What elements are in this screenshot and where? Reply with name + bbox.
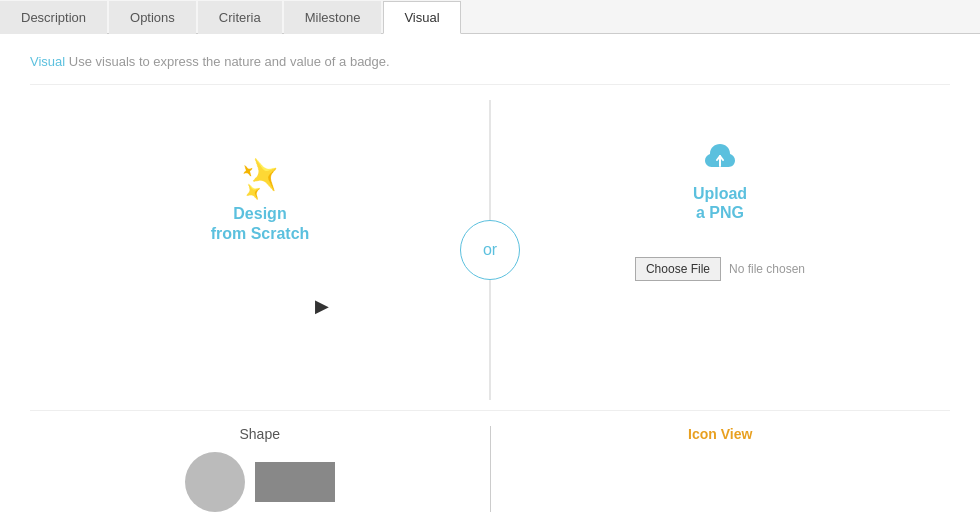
info-line: Visual Use visuals to express the nature… [30, 54, 950, 85]
bottom-divider [490, 426, 491, 512]
upload-label: Upload a PNG [693, 184, 747, 222]
design-label-line1: Design [211, 204, 310, 223]
tab-milestone[interactable]: Milestone [284, 1, 382, 34]
info-highlight: Visual [30, 54, 65, 69]
upload-cloud-icon [700, 140, 740, 184]
choose-file-button[interactable]: Choose File [635, 257, 721, 281]
main-content: Visual Use visuals to express the nature… [0, 34, 980, 530]
cursor-indicator: ▶ [315, 295, 329, 317]
file-input-area: Choose File No file chosen [635, 257, 805, 281]
design-from-scratch-button[interactable]: ✨ Design from Scratch [211, 157, 310, 242]
shape-circle[interactable] [185, 452, 245, 512]
tab-criteria[interactable]: Criteria [198, 1, 282, 34]
info-text: Use visuals to express the nature and va… [65, 54, 389, 69]
right-panel: Upload a PNG Choose File No file chosen [490, 100, 950, 321]
bottom-left-panel: Shape [30, 426, 490, 512]
main-panel: or ✨ Design from Scratch ▶ [30, 100, 950, 400]
upload-section: Upload a PNG [693, 140, 747, 222]
upload-label-line1: Upload [693, 184, 747, 203]
or-separator: or [460, 220, 520, 280]
left-panel: ✨ Design from Scratch ▶ [30, 100, 490, 300]
shape-label: Shape [240, 426, 280, 442]
shape-preview [185, 452, 335, 512]
icon-view-label[interactable]: Icon View [688, 426, 752, 442]
design-label-line2: from Scratch [211, 224, 310, 243]
tab-bar: Description Options Criteria Milestone V… [0, 0, 980, 34]
no-file-text: No file chosen [729, 262, 805, 276]
wand-icon: ✨ [230, 149, 290, 208]
shape-rectangle[interactable] [255, 462, 335, 502]
design-scratch-label: Design from Scratch [211, 204, 310, 242]
bottom-right-panel: Icon View [491, 426, 951, 512]
upload-label-line2: a PNG [693, 203, 747, 222]
or-label: or [483, 241, 497, 259]
bottom-section: Shape Icon View [30, 410, 950, 512]
tab-description[interactable]: Description [0, 1, 107, 34]
tab-visual[interactable]: Visual [383, 1, 460, 34]
tab-options[interactable]: Options [109, 1, 196, 34]
